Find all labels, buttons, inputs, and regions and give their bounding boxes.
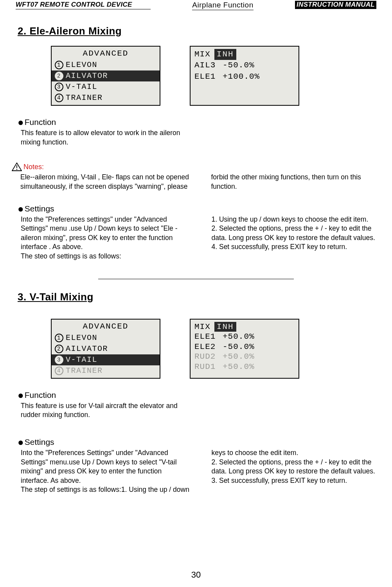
lcd-value-row: RUD2+50.0% [194, 352, 295, 362]
circled-number-icon: 1 [55, 61, 63, 69]
lcd-values-screen-2: MIXINH ELE1+50.0% ELE2-50.0% RUD2+50.0% … [190, 319, 299, 379]
value-number: +50.0% [223, 362, 255, 372]
lcd-menu-label: TRAINER [66, 93, 103, 103]
lcd-menu-item: 2AILVATOR [52, 343, 160, 354]
warning-icon [12, 163, 22, 171]
settings-body: Into the "Preferences settings" under "A… [21, 215, 381, 261]
value-label: RUD1 [194, 362, 223, 372]
lcd-menu-screen-2: ADVANCED 1ELEVON 2AILVATOR 3V-TAIL 4TRAI… [51, 319, 160, 379]
notes-heading: Notes: [12, 163, 392, 171]
function-heading: ●Function [18, 117, 392, 127]
function-body: This feature is use for V-tail aircraft … [21, 401, 381, 420]
lcd-screens-row-1: ADVANCED 1ELEVON 2AILVATOR 3V-TAIL 4TRAI… [51, 46, 392, 106]
circled-number-icon: 3 [55, 356, 63, 364]
section-title-vtail: 3. V-Tail Mixing [18, 291, 392, 303]
lcd-screens-row-2: ADVANCED 1ELEVON 2AILVATOR 3V-TAIL 4TRAI… [51, 319, 392, 379]
lcd-menu-label: AILVATOR [66, 71, 108, 81]
lcd-menu-title: ADVANCED [52, 321, 160, 332]
lcd-menu-item: 4TRAINER [52, 92, 160, 103]
lcd-menu-item-selected: 2AILVATOR [52, 70, 160, 81]
lcd-value-row: AIL3-50.0% [194, 60, 295, 71]
value-number: +50.0% [223, 352, 255, 362]
lcd-value-row: ELE2-50.0% [194, 342, 295, 352]
value-number: -50.0% [223, 60, 255, 71]
circled-number-icon: 4 [55, 94, 63, 102]
page-topic: Airplane Function [192, 1, 253, 10]
lcd-menu-item: 3V-TAIL [52, 81, 160, 92]
settings-body: Into the "Preferences Settings" under "A… [21, 448, 381, 495]
lcd-menu-title: ADVANCED [52, 48, 160, 59]
page-header: WFT07 REMOTE CONTROL DEVICE Airplane Fun… [0, 0, 392, 10]
heading-text: Settings [25, 437, 54, 447]
circled-number-icon: 4 [55, 367, 63, 375]
settings-block-1: ●Settings Into the "Preferences settings… [18, 204, 392, 261]
settings-heading: ●Settings [18, 204, 392, 213]
inh-badge: INH [214, 322, 236, 332]
notes-block: Notes: Ele--aileron mixing, V-tail , Ele… [12, 163, 392, 191]
value-label: ELE1 [194, 332, 223, 342]
lcd-menu-label: V-TAIL [66, 355, 97, 365]
heading-text: Settings [25, 204, 54, 213]
value-label: ELE2 [194, 342, 223, 352]
lcd-value-row: ELE1+50.0% [194, 332, 295, 342]
function-body: This feature is to allow elevator to wor… [21, 128, 381, 147]
function-block-1: ●Function This feature is to allow eleva… [18, 117, 392, 147]
lcd-menu-item: 1ELEVON [52, 60, 160, 70]
section-title-ele-aileron: 2. Ele-Aileron Mixing [18, 25, 392, 37]
product-name: WFT07 REMOTE CONTROL DEVICE [16, 1, 151, 9]
value-number: +100.0% [223, 71, 260, 82]
lcd-menu-label: ELEVON [66, 333, 97, 343]
lcd-menu-screen-1: ADVANCED 1ELEVON 2AILVATOR 3V-TAIL 4TRAI… [51, 46, 160, 106]
heading-text: Function [25, 390, 56, 400]
value-label: AIL3 [194, 60, 223, 71]
function-heading: ●Function [18, 390, 392, 400]
mix-label: MIX [194, 49, 210, 60]
lcd-menu-item: 1ELEVON [52, 332, 160, 343]
function-block-2: ●Function This feature is use for V-tail… [18, 390, 392, 420]
lcd-value-row: ELE1+100.0% [194, 71, 295, 82]
section-divider [98, 279, 294, 279]
lcd-menu-label: TRAINER [66, 366, 103, 376]
lcd-mix-row: MIXINH [194, 49, 295, 60]
circled-number-icon: 2 [55, 72, 63, 80]
notes-body: Ele--aileron mixing, V-tail , Ele- flaps… [20, 173, 380, 191]
value-number: +50.0% [223, 332, 255, 342]
circled-number-icon: 2 [55, 345, 63, 353]
lcd-menu-label: ELEVON [66, 60, 97, 70]
lcd-menu-item-selected: 3V-TAIL [52, 354, 160, 365]
lcd-value-row: RUD1+50.0% [194, 362, 295, 372]
lcd-values-screen-1: MIXINH AIL3-50.0% ELE1+100.0% [190, 46, 299, 106]
lcd-menu-label: V-TAIL [66, 82, 97, 92]
lcd-menu-label: AILVATOR [66, 344, 108, 354]
circled-number-icon: 1 [55, 334, 63, 342]
svg-point-2 [16, 169, 18, 170]
lcd-mix-row: MIXINH [194, 322, 295, 332]
settings-block-2: ●Settings Into the "Preferences Settings… [18, 437, 392, 495]
value-number: -50.0% [223, 342, 255, 352]
lcd-menu-item: 4TRAINER [52, 365, 160, 376]
inh-badge: INH [214, 49, 236, 60]
value-label: RUD2 [194, 352, 223, 362]
value-label: ELE1 [194, 71, 223, 82]
mix-label: MIX [194, 322, 210, 332]
notes-label: Notes: [23, 163, 44, 171]
circled-number-icon: 3 [55, 83, 63, 91]
settings-heading: ●Settings [18, 437, 392, 447]
heading-text: Function [25, 117, 56, 127]
page-number: 30 [191, 570, 201, 580]
manual-label: INSTRUCTION MANUAL [295, 1, 376, 9]
